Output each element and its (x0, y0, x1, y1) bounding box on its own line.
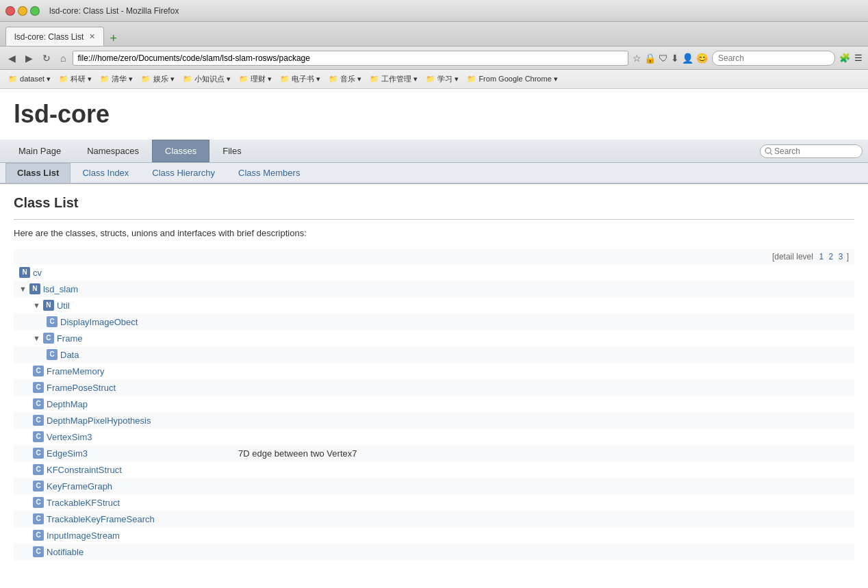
content-area: Class List Here are the classes, structs… (0, 184, 868, 571)
class-link-edgesim3[interactable]: EdgeSim3 (47, 448, 88, 459)
sub-tab-class-hierarchy[interactable]: Class Hierarchy (140, 163, 227, 183)
sub-tab-class-list[interactable]: Class List (5, 163, 71, 183)
class-link-notifiable[interactable]: Notifiable (47, 547, 84, 557)
class-link-displayimageobect[interactable]: DisplayImageObect (60, 317, 138, 327)
bookmark-item[interactable]: 📁 电子书 ▾ (277, 73, 323, 85)
close-button[interactable] (5, 6, 15, 16)
class-icon: C (33, 497, 44, 508)
address-icons: ☆ 🔒 🛡 ⬇ 👤 😊 (633, 53, 708, 64)
bookmark-item[interactable]: 📁 理财 ▾ (236, 73, 275, 85)
class-icon: C (33, 415, 44, 426)
window-controls[interactable] (5, 6, 40, 16)
class-link-depthmappixelhypothesis[interactable]: DepthMapPixelHypothesis (47, 416, 151, 426)
class-link-frame[interactable]: Frame (57, 333, 83, 344)
class-link-trackablekfstruct[interactable]: TrackableKFStruct (47, 498, 120, 508)
class-link-keyframegraph[interactable]: KeyFrameGraph (47, 481, 112, 491)
window-title: lsd-core: Class List - Mozilla Firefox (49, 6, 179, 16)
class-icon: C (33, 398, 44, 409)
class-link-depthmap[interactable]: DepthMap (47, 399, 88, 409)
table-row: C Data (14, 346, 854, 363)
bookmark-item[interactable]: 📁 娱乐 ▾ (138, 73, 177, 85)
emoji-icon[interactable]: 😊 (696, 53, 708, 64)
home-button[interactable]: ⌂ (58, 51, 68, 65)
detail-level-2[interactable]: 2 (829, 252, 834, 261)
table-row: C TrackableKeyFrameSearch (14, 511, 854, 527)
class-link-util[interactable]: Util (57, 301, 70, 311)
table-row: C InputImageStream (14, 527, 854, 544)
table-row: N cv (14, 264, 854, 281)
download-icon[interactable]: ⬇ (671, 53, 679, 64)
namespace-icon: N (19, 267, 30, 278)
class-icon: C (33, 530, 44, 541)
profile-icon[interactable]: 👤 (682, 53, 693, 64)
class-link-data[interactable]: Data (60, 350, 79, 360)
bookmark-item[interactable]: 📁 dataset ▾ (5, 74, 53, 84)
detail-level-row: [detail level 1 2 3 ] (14, 249, 854, 264)
tab-main-page[interactable]: Main Page (5, 140, 74, 162)
collapse-arrow[interactable]: ▼ (33, 301, 40, 309)
bookmarks-bar: 📁 dataset ▾📁 科研 ▾📁 清华 ▾📁 娱乐 ▾📁 小知识点 ▾📁 理… (0, 70, 868, 89)
class-desc (233, 396, 854, 412)
table-row: C Notifiable (14, 544, 854, 560)
menu-icon[interactable]: ☰ (854, 53, 863, 63)
class-link-vertexsim3[interactable]: VertexSim3 (47, 432, 92, 442)
class-link-framememory[interactable]: FrameMemory (47, 366, 105, 376)
class-link-lsd-slam[interactable]: lsd_slam (43, 284, 78, 294)
sub-tabs: Class List Class Index Class Hierarchy C… (0, 163, 868, 184)
class-desc (233, 494, 854, 511)
minimize-button[interactable] (18, 6, 27, 16)
bookmark-item[interactable]: 📁 工作管理 ▾ (367, 73, 420, 85)
class-icon: C (43, 333, 54, 344)
table-row: ▼ C Frame (14, 330, 854, 346)
bookmark-icon[interactable]: ☆ (633, 53, 641, 64)
tab-files[interactable]: Files (209, 140, 254, 162)
site-title: lsd-core (0, 89, 868, 140)
class-icon: C (33, 448, 44, 459)
titlebar: lsd-core: Class List - Mozilla Firefox (0, 0, 868, 22)
maximize-button[interactable] (30, 6, 40, 16)
table-row: C DisplayImageObect (14, 314, 854, 330)
page-content: lsd-core Main Page Namespaces Classes Fi… (0, 89, 868, 571)
sub-tab-class-members[interactable]: Class Members (227, 163, 311, 183)
url-input[interactable] (73, 51, 628, 66)
table-row: C VertexSim3 (14, 429, 854, 445)
class-link-trackablekeyframesearch[interactable]: TrackableKeyFrameSearch (47, 514, 155, 524)
tab-namespaces[interactable]: Namespaces (74, 140, 152, 162)
detail-level-3[interactable]: 3 (839, 252, 843, 261)
tab-close-button[interactable]: ✕ (89, 32, 95, 41)
nav-search-input[interactable] (760, 144, 863, 158)
class-link-inputimagestream[interactable]: InputImageStream (47, 531, 120, 541)
table-row: C DepthMapPixelHypothesis (14, 412, 854, 429)
class-link-kfconstraintstruct[interactable]: KFConstraintStruct (47, 465, 122, 475)
extensions-icon[interactable]: 🧩 (839, 53, 850, 63)
bookmark-item[interactable]: 📁 科研 ▾ (56, 73, 94, 85)
tab-classes[interactable]: Classes (152, 140, 209, 162)
bookmark-item[interactable]: 📁 音乐 ▾ (326, 73, 364, 85)
new-tab-button[interactable]: + (110, 31, 117, 46)
back-button[interactable]: ◀ (5, 51, 18, 65)
address-bar: ◀ ▶ ↻ ⌂ ☆ 🔒 🛡 ⬇ 👤 😊 🧩 ☰ (0, 47, 868, 70)
class-desc (233, 297, 854, 314)
search-input[interactable] (712, 51, 835, 66)
class-desc (233, 461, 854, 478)
collapse-arrow[interactable]: ▼ (33, 334, 40, 342)
class-link-cv[interactable]: cv (33, 268, 42, 278)
bookmark-item[interactable]: 📁 小知识点 ▾ (180, 73, 233, 85)
forward-button[interactable]: ▶ (23, 51, 36, 65)
table-row: C FrameMemory (14, 363, 854, 379)
sub-tab-class-index[interactable]: Class Index (71, 163, 140, 183)
detail-level-1[interactable]: 1 (819, 252, 824, 261)
collapse-arrow[interactable]: ▼ (19, 285, 27, 293)
namespace-icon: N (29, 283, 40, 294)
browser-tab[interactable]: lsd-core: Class List ✕ (5, 27, 104, 46)
class-icon: C (33, 382, 44, 393)
class-icon: C (33, 366, 44, 376)
refresh-button[interactable]: ↻ (40, 51, 53, 65)
bookmark-item[interactable]: 📁 学习 ▾ (423, 73, 461, 85)
class-desc (233, 363, 854, 379)
bookmark-item[interactable]: 📁 清华 ▾ (97, 73, 136, 85)
lock-icon: 🔒 (644, 53, 656, 64)
table-row: C FramePoseStruct (14, 379, 854, 396)
class-link-frameposestruct[interactable]: FramePoseStruct (47, 383, 116, 393)
bookmark-item[interactable]: 📁 From Google Chrome ▾ (464, 74, 560, 84)
